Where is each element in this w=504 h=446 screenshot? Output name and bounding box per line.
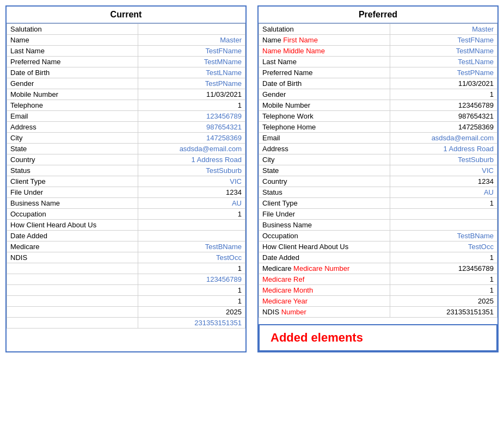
preferred-row-12: CityTestSuburb bbox=[259, 154, 497, 165]
added-elements-text: Added elements bbox=[271, 331, 363, 344]
current-value-18 bbox=[138, 220, 245, 231]
current-row-20: MedicareTestBName bbox=[7, 241, 245, 252]
current-value-23: 123456789 bbox=[138, 274, 245, 285]
current-value-7: 1 bbox=[138, 100, 245, 111]
preferred-label-22: Medicare Medicare Number bbox=[259, 263, 390, 274]
current-row-26: 2025 bbox=[7, 307, 245, 318]
current-row-27: 231353151351 bbox=[7, 318, 245, 329]
current-value-8: 123456789 bbox=[138, 111, 245, 122]
current-value-0 bbox=[138, 24, 245, 35]
current-value-2: TestFName bbox=[138, 46, 245, 57]
preferred-row-14: Country1234 bbox=[259, 176, 497, 187]
preferred-row-1: Name First NameTestFName bbox=[259, 35, 497, 46]
current-label-13: Status bbox=[7, 165, 138, 176]
preferred-row-18: Business Name bbox=[259, 220, 497, 231]
current-row-1: NameMaster bbox=[7, 35, 245, 46]
preferred-row-4: Preferred NameTestPName bbox=[259, 67, 497, 78]
preferred-value-15: AU bbox=[390, 187, 497, 198]
preferred-value-8: 987654321 bbox=[390, 111, 497, 122]
preferred-row-2: Name Middle NameTestMName bbox=[259, 46, 497, 57]
preferred-label-1: Name First Name bbox=[259, 35, 390, 46]
current-row-23: 123456789 bbox=[7, 274, 245, 285]
preferred-label-19: Occupation bbox=[259, 231, 390, 241]
preferred-value-18 bbox=[390, 220, 497, 231]
current-value-19 bbox=[138, 231, 245, 241]
current-label-16: Business Name bbox=[7, 198, 138, 209]
current-row-7: Telephone1 bbox=[7, 100, 245, 111]
current-value-12: 1 Address Road bbox=[138, 154, 245, 165]
preferred-value-19: TestBName bbox=[390, 231, 497, 241]
current-row-16: Business NameAU bbox=[7, 198, 245, 209]
preferred-value-5: 11/03/2021 bbox=[390, 78, 497, 89]
current-label-4: Date of Birth bbox=[7, 67, 138, 78]
preferred-table: SalutationMasterName First NameTestFName… bbox=[259, 23, 497, 318]
current-row-18: How Client Heard About Us bbox=[7, 220, 245, 231]
current-value-13: TestSuburb bbox=[138, 165, 245, 176]
preferred-value-21: 1 bbox=[390, 252, 497, 263]
preferred-label-12: City bbox=[259, 154, 390, 165]
panel-spacer bbox=[247, 5, 257, 352]
current-value-22: 1 bbox=[138, 263, 245, 274]
current-label-7: Telephone bbox=[7, 100, 138, 111]
preferred-row-3: Last NameTestLName bbox=[259, 57, 497, 67]
current-value-14: VIC bbox=[138, 176, 245, 187]
preferred-value-14: 1234 bbox=[390, 176, 497, 187]
current-value-17: 1 bbox=[138, 209, 245, 220]
preferred-label-20: How Client Heard About Us bbox=[259, 241, 390, 252]
preferred-label-6: Gender bbox=[259, 89, 390, 100]
preferred-value-26: 231353151351 bbox=[390, 307, 497, 318]
preferred-row-26: NDIS Number231353151351 bbox=[259, 307, 497, 318]
preferred-value-12: TestSuburb bbox=[390, 154, 497, 165]
current-row-21: NDISTestOcc bbox=[7, 252, 245, 263]
preferred-value-4: TestPName bbox=[390, 67, 497, 78]
current-label-27 bbox=[7, 318, 138, 329]
preferred-row-23: Medicare Ref1 bbox=[259, 274, 497, 285]
preferred-value-9: 147258369 bbox=[390, 122, 497, 133]
preferred-value-25: 2025 bbox=[390, 296, 497, 307]
preferred-value-1: TestFName bbox=[390, 35, 497, 46]
preferred-row-11: Address1 Address Road bbox=[259, 144, 497, 154]
current-label-15: File Under bbox=[7, 187, 138, 198]
current-value-21: TestOcc bbox=[138, 252, 245, 263]
preferred-label-26: NDIS Number bbox=[259, 307, 390, 318]
preferred-label-15: Status bbox=[259, 187, 390, 198]
current-label-20: Medicare bbox=[7, 241, 138, 252]
current-value-15: 1234 bbox=[138, 187, 245, 198]
preferred-label-0: Salutation bbox=[259, 24, 390, 35]
current-label-5: Gender bbox=[7, 78, 138, 89]
current-value-1: Master bbox=[138, 35, 245, 46]
current-value-26: 2025 bbox=[138, 307, 245, 318]
current-row-17: Occupation1 bbox=[7, 209, 245, 220]
preferred-row-10: Emailasdsda@email.com bbox=[259, 133, 497, 144]
preferred-label-10: Email bbox=[259, 133, 390, 144]
current-value-24: 1 bbox=[138, 285, 245, 296]
current-label-23 bbox=[7, 274, 138, 285]
current-row-12: Country1 Address Road bbox=[7, 154, 245, 165]
current-label-26 bbox=[7, 307, 138, 318]
preferred-value-2: TestMName bbox=[390, 46, 497, 57]
preferred-row-0: SalutationMaster bbox=[259, 24, 497, 35]
current-value-11: asdsda@email.com bbox=[138, 144, 245, 154]
preferred-value-23: 1 bbox=[390, 274, 497, 285]
preferred-label-7: Mobile Number bbox=[259, 100, 390, 111]
preferred-row-22: Medicare Medicare Number123456789 bbox=[259, 263, 497, 274]
current-row-8: Email123456789 bbox=[7, 111, 245, 122]
current-label-9: Address bbox=[7, 122, 138, 133]
current-row-13: StatusTestSuburb bbox=[7, 165, 245, 176]
current-label-6: Mobile Number bbox=[7, 89, 138, 100]
preferred-label-21: Date Added bbox=[259, 252, 390, 263]
current-label-21: NDIS bbox=[7, 252, 138, 263]
current-row-11: Stateasdsda@email.com bbox=[7, 144, 245, 154]
preferred-label-17: File Under bbox=[259, 209, 390, 220]
preferred-value-17 bbox=[390, 209, 497, 220]
preferred-label-8: Telephone Work bbox=[259, 111, 390, 122]
preferred-value-16: 1 bbox=[390, 198, 497, 209]
current-row-22: 1 bbox=[7, 263, 245, 274]
current-label-24 bbox=[7, 285, 138, 296]
current-panel: Current SalutationNameMasterLast NameTes… bbox=[5, 5, 247, 352]
current-value-20: TestBName bbox=[138, 241, 245, 252]
current-row-25: 1 bbox=[7, 296, 245, 307]
current-row-0: Salutation bbox=[7, 24, 245, 35]
preferred-row-15: StatusAU bbox=[259, 187, 497, 198]
preferred-row-5: Date of Birth11/03/2021 bbox=[259, 78, 497, 89]
